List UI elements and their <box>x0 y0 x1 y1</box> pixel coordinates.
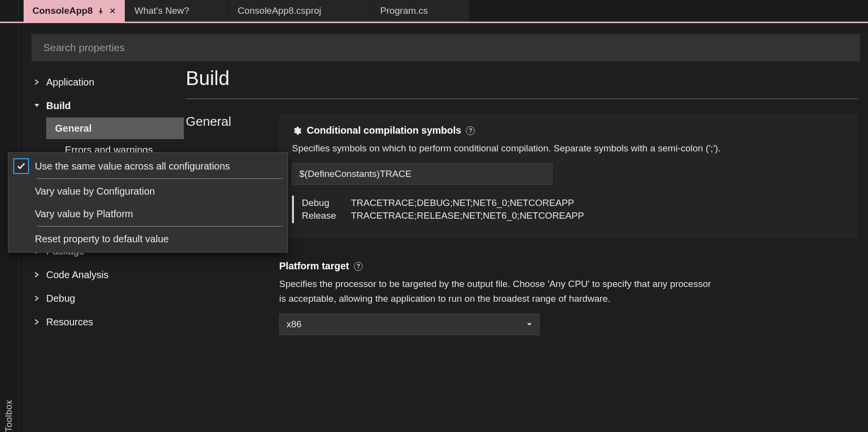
menu-item-label: Use the same value across all configurat… <box>35 161 230 172</box>
check-icon <box>13 158 29 174</box>
config-value: TRACETRACE;DEBUG;NET;NET6_0;NETCOREAPP <box>351 198 845 208</box>
chevron-right-icon <box>32 270 41 279</box>
symbols-input-value: $(DefineConstants)TRACE <box>299 169 411 179</box>
platform-target-heading: Platform target ? <box>279 260 858 272</box>
close-icon[interactable] <box>109 7 116 14</box>
menu-item-label: Reset property to default value <box>35 233 169 245</box>
sidebar-item-label: Debug <box>46 293 75 304</box>
sidebar-item-code-analysis[interactable]: Code Analysis <box>32 263 186 287</box>
menu-separator <box>37 178 283 179</box>
card-title: Conditional compilation symbols <box>307 125 461 136</box>
menu-separator <box>37 226 283 227</box>
sidebar-item-label: General <box>55 123 91 134</box>
conditional-symbols-card: Conditional compilation symbols ? Specif… <box>279 114 858 238</box>
platform-description: Specifies the processor to be targeted b… <box>279 277 712 306</box>
menu-item-vary-platform[interactable]: Vary value by Platform <box>8 202 288 225</box>
tab-bar: ConsoleApp8 What's New? ConsoleApp8.cspr… <box>24 0 868 22</box>
heading-label: Platform target <box>279 260 349 272</box>
chevron-right-icon <box>32 317 41 326</box>
sidebar-item-label: Application <box>46 77 94 88</box>
tab-console-app[interactable]: ConsoleApp8 <box>24 0 125 22</box>
tab-label: Program.cs <box>380 5 428 16</box>
pin-icon[interactable] <box>97 7 104 14</box>
tab-csproj[interactable]: ConsoleApp8.csproj <box>229 0 371 22</box>
detail-pane: Build General Conditional compilation sy… <box>186 70 868 335</box>
page-title: Build <box>186 67 858 89</box>
symbols-input[interactable]: $(DefineConstants)TRACE <box>292 163 552 185</box>
sidebar-item-label: Resources <box>46 317 93 328</box>
chevron-down-icon <box>526 319 532 330</box>
select-value: x86 <box>287 319 302 330</box>
config-value: TRACETRACE;RELEASE;NET;NET6_0;NETCOREAPP <box>351 210 845 221</box>
sidebar-item-label: Build <box>46 100 71 112</box>
search-input[interactable] <box>43 42 848 54</box>
chevron-right-icon <box>32 78 41 86</box>
gear-icon[interactable] <box>292 126 302 136</box>
sidebar-item-debug[interactable]: Debug <box>32 287 186 310</box>
tab-label: What's New? <box>134 5 189 16</box>
sidebar-item-label: Code Analysis <box>46 269 109 281</box>
menu-spacer <box>13 231 29 247</box>
menu-item-same-value[interactable]: Use the same value across all configurat… <box>8 155 288 177</box>
chevron-right-icon <box>32 294 41 303</box>
tab-label: ConsoleApp8 <box>32 5 92 16</box>
sidebar-item-application[interactable]: Application <box>32 70 186 94</box>
menu-item-vary-config[interactable]: Vary value by Configuration <box>8 180 288 202</box>
sidebar-sub-general[interactable]: General <box>46 117 184 139</box>
tab-whats-new[interactable]: What's New? <box>125 0 229 22</box>
card-description: Specifies symbols on which to perform co… <box>292 141 724 155</box>
sidebar-item-resources[interactable]: Resources <box>32 310 186 334</box>
tab-program-cs[interactable]: Program.cs <box>371 0 469 22</box>
menu-spacer <box>13 183 29 199</box>
divider <box>186 98 858 99</box>
menu-spacer <box>13 206 29 222</box>
chevron-down-icon <box>32 101 41 110</box>
config-values-block: Debug TRACETRACE;DEBUG;NET;NET6_0;NETCOR… <box>292 196 845 223</box>
config-name: Release <box>302 210 351 221</box>
menu-item-label: Vary value by Configuration <box>35 186 155 197</box>
help-icon[interactable]: ? <box>354 262 363 271</box>
platform-target-select[interactable]: x86 <box>279 314 540 335</box>
tab-label: ConsoleApp8.csproj <box>237 5 321 16</box>
context-menu: Use the same value across all configurat… <box>8 152 288 253</box>
search-properties-bar[interactable] <box>31 34 860 61</box>
config-name: Debug <box>302 198 351 208</box>
sidebar-item-build[interactable]: Build <box>32 94 186 117</box>
menu-item-label: Vary value by Platform <box>35 208 133 220</box>
help-icon[interactable]: ? <box>466 126 475 135</box>
menu-item-reset-default[interactable]: Reset property to default value <box>8 228 288 250</box>
